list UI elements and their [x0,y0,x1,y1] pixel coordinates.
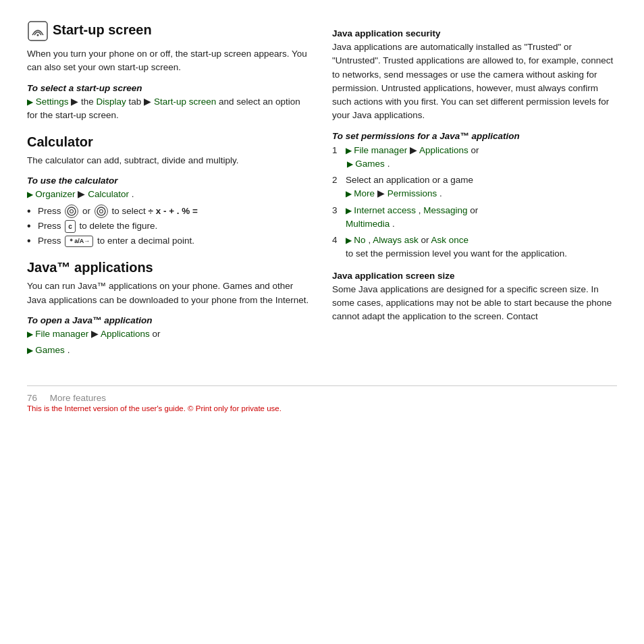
calculator-subsection-title: To use the calculator [27,176,312,186]
java-title: Java™ applications [27,260,312,275]
bullet-3-text: Press ＊a/A→ to enter a decimal point. [38,234,194,248]
games-link-r: Games [355,159,385,169]
permissions-subsection-title: To set permissions for a Java™ applicati… [332,131,617,141]
calc-sep: ▶ [78,189,85,199]
bullet-2-text: Press c to delete the figure. [38,219,157,233]
security-body: Java applications are automatically inst… [332,41,617,123]
internet-access-link: Internet access [354,205,416,215]
calculator-section: Calculator The calculator can add, subtr… [27,134,312,248]
multimedia-link: Multimedia [346,219,390,229]
startup-icon [27,20,49,42]
java-section: Java™ applications You can run Java™ app… [27,260,312,357]
permissions-steps: 1 ▶ File manager ▶ Applications or ▶ Gam… [332,144,617,261]
step-num-3: 3 [332,204,342,232]
svg-point-1 [37,34,39,36]
step1-arrow2: ▶ [347,159,355,169]
step-4: 4 ▶ No , Always ask or Ask once to set t… [332,234,617,261]
java-arrow2: ▶ [27,346,35,355]
svg-point-4 [97,207,105,215]
step-3: 3 ▶ Internet access , Messaging or Multi… [332,204,617,232]
security-subtitle: Java application security [332,28,617,38]
svg-point-2 [68,207,76,215]
java-dot: . [68,345,70,355]
java-open-subsection-title: To open a Java™ application [27,315,312,325]
startup-instruction: ▶ Settings ▶ the Display tab ▶ Start-up … [27,95,312,123]
applications-link-r: Applications [419,145,468,155]
svg-point-5 [99,209,103,213]
step-num-2: 2 [332,173,342,201]
step-1: 1 ▶ File manager ▶ Applications or ▶ Gam… [332,144,617,171]
nav-key-icon-1 [65,205,78,218]
page-layout: Start-up screen When you turn your phone… [27,20,617,360]
file-manager-link: File manager [35,329,88,339]
bullet-dot-3: • [27,236,34,246]
step-1-content: ▶ File manager ▶ Applications or ▶ Games… [346,144,479,171]
math-symbols: ÷ x - + . % = [149,206,198,216]
page-number: 76 [27,393,37,403]
no-link: No [354,235,365,245]
calc-arrow: ▶ [27,190,35,199]
calculator-instruction: ▶ Organizer ▶ Calculator . [27,188,312,201]
java-or1: or [152,329,160,339]
settings-link: Settings [36,97,72,107]
c-key-icon: c [65,220,76,233]
step-2-content: Select an application or a game ▶ More ▶… [346,173,473,201]
startup-screen-link: Start-up screen [154,97,216,107]
nav-key-icon-2 [95,205,108,218]
startup-section: Start-up screen When you turn your phone… [27,20,312,122]
screen-size-subtitle: Java application screen size [332,271,617,281]
bullet-item-1: • Press or [27,205,312,218]
organizer-link: Organizer [35,189,75,199]
step1-arrow: ▶ [346,146,354,155]
calculator-bullets: • Press or [27,205,312,248]
right-column: Java application security Java applicati… [332,20,617,360]
calculator-link: Calculator [88,189,129,199]
java-arrow1: ▶ [27,329,35,339]
java-open-instruction-line2: ▶ Games . [27,344,312,357]
screen-size-body: Some Java applications are designed for … [332,283,617,324]
left-column: Start-up screen When you turn your phone… [27,20,312,360]
permissions-section: To set permissions for a Java™ applicati… [332,131,617,261]
startup-title: Start-up screen [53,22,152,38]
bullet-item-2: • Press c to delete the figure. [27,219,312,233]
step-num-4: 4 [332,234,342,261]
bullet-1-text: Press or [38,205,198,218]
calculator-title: Calculator [27,134,312,150]
file-manager-link-r: File manager [354,145,407,155]
permissions-link: Permissions [387,188,437,198]
java-open-instruction-line1: ▶ File manager ▶ Applications or [27,327,312,341]
step-4-content: ▶ No , Always ask or Ask once to set the… [346,234,567,261]
bullet-dot-2: • [27,221,34,232]
startup-subsection-title: To select a start-up screen [27,83,312,93]
svg-point-3 [70,209,74,213]
more-link: More [354,188,375,198]
security-section: Java application security Java applicati… [332,28,617,123]
java-sep1: ▶ [91,329,101,339]
footer-note: This is the Internet version of the user… [27,404,617,412]
footer: 76 More features This is the Internet ve… [27,380,617,412]
java-body: You can run Java™ applications on your p… [27,279,312,307]
startup-body: When you turn your phone on or off, the … [27,47,312,75]
arrow2: ▶ the [71,97,96,107]
display-link: Display [97,97,126,107]
step3-arrow: ▶ [346,206,354,215]
step-num-1: 1 [332,144,342,171]
calculator-body: The calculator can add, subtract, divide… [27,154,312,167]
step-3-content: ▶ Internet access , Messaging or Multime… [346,204,478,232]
step4-arrow: ▶ [346,236,354,245]
footer-page: 76 More features [27,393,617,403]
games-link-left: Games [35,345,65,355]
step-2: 2 Select an application or a game ▶ More… [332,173,617,201]
always-ask-link: Always ask [373,235,419,245]
tab-text: tab ▶ [129,97,154,107]
hash-key-icon: ＊a/A→ [65,236,93,248]
calc-dot: . [132,189,134,199]
ask-once-link: Ask once [431,235,468,245]
messaging-link: Messaging [423,205,467,215]
svg-rect-0 [28,22,47,41]
bullet-item-3: • Press ＊a/A→ to enter a decimal point. [27,234,312,248]
footer-section-label: More features [50,393,106,403]
applications-link-left: Applications [101,329,150,339]
footer-divider [27,385,617,386]
step2-arrow: ▶ [346,189,354,198]
